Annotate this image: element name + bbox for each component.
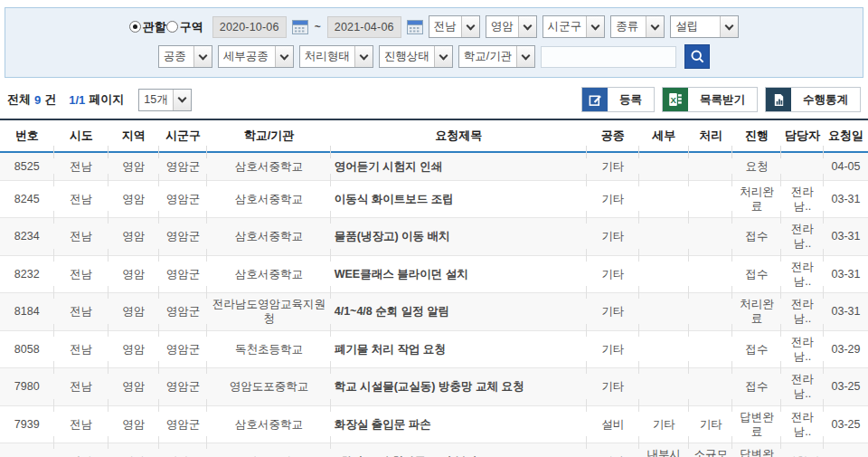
- date-to-input[interactable]: 2021-04-06: [327, 16, 401, 38]
- edit-icon: [582, 88, 608, 111]
- chevron-down-icon: [275, 46, 293, 67]
- filter-panel: 관할 구역 2020-10-06 ~ 2021-04-06 전남 영암 시군구: [5, 7, 863, 78]
- table-cell: 이동식 화이트보드 조립: [331, 180, 587, 218]
- table-cell: 내부시설: [639, 443, 690, 457]
- table-row[interactable]: 8232전남영암영암군삼호서중학교WEE클래스 블라이던 설치기타접수전라남..…: [0, 255, 868, 293]
- select-work-type[interactable]: 공종: [158, 45, 212, 68]
- table-cell: 영암: [108, 152, 159, 180]
- table-cell: 8232: [0, 255, 54, 293]
- table-cell: 요청: [732, 152, 781, 180]
- table-cell: 기타: [587, 368, 639, 406]
- table-cell: 기타: [587, 152, 639, 180]
- table-cell: [639, 180, 690, 218]
- radio-zone-label: 구역: [180, 19, 203, 35]
- table-cell: [689, 180, 732, 218]
- table-cell: 소규모사업: [689, 443, 732, 457]
- table-cell: 전남: [54, 180, 108, 218]
- table-cell: 영암: [108, 293, 159, 331]
- select-province[interactable]: 전남: [429, 15, 480, 38]
- select-work-subtype[interactable]: 세부공종: [218, 45, 294, 68]
- select-progress-status[interactable]: 진행상태: [379, 45, 453, 68]
- column-header: 요청일: [824, 119, 868, 152]
- table-cell: 삼호서중학교: [207, 255, 330, 293]
- chevron-down-icon: [516, 46, 534, 67]
- table-cell: 전남: [54, 218, 108, 256]
- table-cell: 기타: [587, 255, 639, 293]
- column-header: 진행: [732, 119, 781, 152]
- table-cell: [689, 255, 732, 293]
- radio-zone[interactable]: 구역: [166, 19, 203, 35]
- select-school-org[interactable]: 학교/기관: [458, 45, 535, 68]
- table-cell: 03-25: [824, 405, 868, 443]
- chevron-down-icon: [461, 16, 479, 37]
- select-establishment[interactable]: 설립: [670, 15, 739, 38]
- select-work-subtype-value: 세부공종: [219, 46, 275, 67]
- table-cell: [689, 330, 732, 368]
- register-button[interactable]: 등록: [581, 87, 655, 112]
- table-cell: 기타: [587, 180, 639, 218]
- table-cell: 03-29: [824, 330, 868, 368]
- table-cell: 접수: [732, 255, 781, 293]
- table-cell: [639, 368, 690, 406]
- column-header: 요청제목: [331, 119, 587, 152]
- select-region-value: 영암: [486, 16, 518, 37]
- table-row[interactable]: 7796전남영암영암군용당초등학교6학년 교실 현관문 고정 불가기타내부시설소…: [0, 443, 868, 457]
- table-cell: 삼호서중학교: [207, 152, 330, 180]
- table-row[interactable]: 8184전남영암영암군전라남도영암교육지원청4/1~4/8 순회 일정 알림기타…: [0, 293, 868, 331]
- table-cell: 03-31: [824, 218, 868, 256]
- radio-jurisdiction[interactable]: 관할: [129, 19, 166, 35]
- result-summary: 전체9건 1/1페이지: [7, 91, 124, 108]
- table-cell: 영암군: [159, 218, 208, 256]
- table-cell: [639, 152, 690, 180]
- table-cell: 접수: [732, 218, 781, 256]
- radio-circle-unchecked[interactable]: [166, 21, 178, 33]
- stats-label: 수행통계: [791, 88, 860, 111]
- table-row[interactable]: 7980전남영암영암군영암도포중학교학교 시설물(교실동) 방충망 교체 요청기…: [0, 368, 868, 406]
- table-cell: 8245: [0, 180, 54, 218]
- table-row[interactable]: 8525전남영암영암군삼호서중학교영어듣기 시험지 인쇄기타요청04-05: [0, 152, 868, 180]
- column-header: 번호: [0, 119, 54, 152]
- toolbar: 전체9건 1/1페이지 15개 등록 X 목록받기 수행통계: [7, 87, 861, 112]
- table-cell: 전남: [54, 293, 108, 331]
- table-row[interactable]: 8234전남영암영암군삼호서중학교물품(냉장고) 이동 배치기타접수전라남..0…: [0, 218, 868, 256]
- page-current: 1/1: [69, 93, 85, 107]
- calendar-icon[interactable]: [292, 19, 308, 34]
- calendar-icon[interactable]: [407, 19, 423, 34]
- select-kind[interactable]: 종류: [610, 15, 665, 38]
- column-header: 담당자: [781, 119, 824, 152]
- table-cell: 7939: [0, 405, 54, 443]
- table-cell: 답변완료: [732, 405, 781, 443]
- select-process-type-value: 처리형태: [300, 46, 354, 67]
- table-cell: 전라남도영암교육지원청: [207, 293, 330, 331]
- table-cell: 학교 시설물(교실동) 방충망 교체 요청: [331, 368, 587, 406]
- table-cell: [639, 293, 690, 331]
- select-district[interactable]: 시군구: [542, 15, 606, 38]
- table-row[interactable]: 7939전남영암영암군삼호서중학교화장실 출입문 파손설비기타기타답변완료전라남…: [0, 405, 868, 443]
- table-cell: 기타: [587, 443, 639, 457]
- radio-circle-checked[interactable]: [129, 21, 141, 33]
- table-cell: 기타: [689, 405, 732, 443]
- select-process-type[interactable]: 처리형태: [299, 45, 373, 68]
- table-cell: 박철희: [781, 443, 824, 457]
- keyword-input[interactable]: [541, 46, 676, 68]
- stats-button[interactable]: 수행통계: [765, 87, 861, 112]
- table-row[interactable]: 8245전남영암영암군삼호서중학교이동식 화이트보드 조립기타처리완료전라남..…: [0, 180, 868, 218]
- table-cell: 처리완료: [732, 180, 781, 218]
- download-list-button[interactable]: X 목록받기: [662, 87, 758, 112]
- table-cell: 7796: [0, 443, 54, 457]
- table-cell: 삼호서중학교: [207, 405, 330, 443]
- chevron-down-icon: [646, 16, 664, 37]
- table-row[interactable]: 8058전남영암영암군독천초등학교폐기물 처리 작업 요청기타접수전라남..03…: [0, 330, 868, 368]
- date-from-input[interactable]: 2020-10-06: [212, 16, 287, 38]
- select-region[interactable]: 영암: [486, 15, 537, 38]
- table-cell: 04-05: [824, 152, 868, 180]
- table-cell: 전남: [54, 255, 108, 293]
- column-header: 공종: [587, 119, 639, 152]
- table-cell: 영암군: [159, 405, 208, 443]
- table-cell: 처리완료: [732, 293, 781, 331]
- table-cell: 영암군: [159, 152, 208, 180]
- search-button[interactable]: [684, 44, 710, 69]
- table-cell: WEE클래스 블라이던 설치: [331, 255, 587, 293]
- page-size-value: 15개: [139, 90, 172, 110]
- page-size-select[interactable]: 15개: [138, 89, 191, 111]
